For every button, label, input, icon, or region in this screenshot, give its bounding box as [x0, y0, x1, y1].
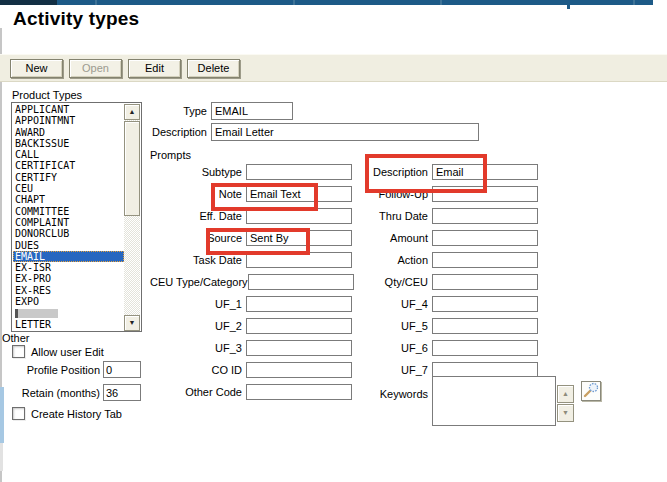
retain-months-input[interactable]	[103, 384, 141, 401]
list-scroll-thumb[interactable]	[124, 121, 140, 216]
prompt-uf-1-row: UF_1	[150, 293, 352, 315]
new-button[interactable]: New	[10, 59, 63, 78]
banner-notch	[567, 0, 570, 9]
allow-user-edit-label: Allow user Edit	[31, 346, 104, 358]
prompt-qty-ceu-label: Qty/CEU	[330, 276, 428, 288]
list-item-ex-isr[interactable]: EX-ISR	[13, 262, 124, 273]
open-button[interactable]: Open	[69, 59, 122, 78]
prompt-action-input[interactable]	[432, 252, 538, 268]
prompt-uf-4-row: UF_4	[330, 293, 538, 315]
product-types-items: APPLICANTAPPOINTMNTAWARDBACKISSUECALLCER…	[13, 104, 124, 330]
prompt-amount-row: Amount	[330, 227, 538, 249]
prompt-action-label: Action	[330, 254, 428, 266]
page-title: Activity types	[13, 8, 139, 30]
prompt-note-row: Note	[150, 183, 352, 205]
list-scroll-up-button[interactable]: ▲	[124, 104, 140, 120]
create-history-tab-label: Create History Tab	[31, 408, 122, 420]
prompt-follow-up-input[interactable]	[432, 186, 538, 202]
prompt-subtype-label: Subtype	[150, 166, 242, 178]
arrow-down-icon: ▼	[562, 409, 569, 416]
keywords-textarea[interactable]	[432, 376, 556, 426]
prompt-action-row: Action	[330, 249, 538, 271]
prompts-label: Prompts	[150, 149, 191, 161]
prompt-amount-input[interactable]	[432, 230, 538, 246]
prompt-uf-6-input[interactable]	[432, 340, 538, 356]
arrow-up-icon: ▲	[562, 390, 569, 397]
prompt-task-date-row: Task Date	[150, 249, 352, 271]
list-item-ex-res[interactable]: EX-RES	[13, 285, 124, 296]
list-item-award[interactable]: AWARD	[13, 127, 124, 138]
list-scrollbar-track[interactable]: ▲ ▼	[124, 104, 140, 331]
prompt-uf-4-label: UF_4	[330, 298, 428, 310]
list-item-email[interactable]: EMAIL	[13, 251, 124, 262]
prompt-uf-7-label: UF_7	[330, 364, 428, 376]
prompt-uf-4-input[interactable]	[432, 296, 538, 312]
description-label: Description	[150, 126, 207, 138]
prompt-ceu-type-category-label: CEU Type/Category	[150, 276, 244, 288]
delete-button[interactable]: Delete	[187, 59, 240, 78]
list-item-complaint[interactable]: COMPLAINT	[13, 217, 124, 228]
prompt-uf-5-row: UF_5	[330, 315, 538, 337]
prompt-thru-date-input[interactable]	[432, 208, 538, 224]
list-item-letter[interactable]: LETTER	[13, 319, 124, 330]
prompt-uf-6-label: UF_6	[330, 342, 428, 354]
prompts-left-column: SubtypeNoteEff. DateSourceTask DateCEU T…	[150, 161, 352, 403]
list-item-ceu[interactable]: CEU	[13, 183, 124, 194]
profile-position-input[interactable]	[103, 361, 141, 378]
allow-user-edit-row: Allow user Edit	[12, 345, 104, 358]
keywords-label: Keywords	[330, 388, 428, 400]
prompt-source-row: Source	[150, 227, 352, 249]
description-input[interactable]	[211, 123, 479, 141]
list-item-certify[interactable]: CERTIFY	[13, 172, 124, 183]
product-types-listbox[interactable]: APPLICANTAPPOINTMNTAWARDBACKISSUECALLCER…	[11, 102, 142, 332]
list-item-backissue[interactable]: BACKISSUE	[13, 138, 124, 149]
prompt-uf-5-input[interactable]	[432, 318, 538, 334]
list-scroll-down-button[interactable]: ▼	[124, 315, 140, 331]
prompts-right-column: DescriptionFollow-UpThru DateAmountActio…	[330, 161, 538, 381]
list-item-dues[interactable]: DUES	[13, 240, 124, 251]
keywords-lookup-button[interactable]	[581, 381, 601, 401]
list-item-call[interactable]: CALL	[13, 149, 124, 160]
product-types-label: Product Types	[12, 89, 82, 101]
prompt-description-input[interactable]	[432, 164, 538, 180]
prompt-uf-1-label: UF_1	[150, 298, 242, 310]
list-item-donorclub[interactable]: DONORCLUB	[13, 228, 124, 239]
description-row: Description	[150, 123, 479, 141]
prompt-ceu-type-category-row: CEU Type/Category	[150, 271, 352, 293]
keywords-scroll-up-button[interactable]: ▲	[557, 385, 574, 403]
prompt-qty-ceu-row: Qty/CEU	[330, 271, 538, 293]
allow-user-edit-checkbox[interactable]	[12, 345, 25, 358]
prompt-uf-2-label: UF_2	[150, 320, 242, 332]
list-item-ex-pro[interactable]: EX-PRO	[13, 273, 124, 284]
redacted-text	[18, 309, 58, 318]
list-item-committee[interactable]: COMMITTEE	[13, 206, 124, 217]
left-edge-line-light	[0, 443, 3, 471]
prompt-uf-5-label: UF_5	[330, 320, 428, 332]
prompt-task-date-label: Task Date	[150, 254, 242, 266]
keywords-scroll-down-button[interactable]: ▼	[557, 404, 574, 422]
activity-types-window: Activity types New Open Edit Delete Prod…	[0, 0, 667, 482]
prompt-uf-3-row: UF_3	[150, 337, 352, 359]
prompt-uf-6-row: UF_6	[330, 337, 538, 359]
profile-position-row: Profile Position	[0, 361, 141, 378]
list-item-redacted[interactable]	[13, 307, 124, 318]
prompt-follow-up-row: Follow-Up	[330, 183, 538, 205]
prompt-other-code-row: Other Code	[150, 381, 352, 403]
prompt-uf-2-row: UF_2	[150, 315, 352, 337]
create-history-tab-row: Create History Tab	[12, 407, 122, 420]
type-input[interactable]	[211, 102, 293, 120]
list-item-chapt[interactable]: CHAPT	[13, 194, 124, 205]
prompt-eff-date-label: Eff. Date	[150, 210, 242, 222]
prompt-subtype-row: Subtype	[150, 161, 352, 183]
prompt-thru-date-label: Thru Date	[330, 210, 428, 222]
magnifier-icon	[582, 382, 600, 400]
prompt-qty-ceu-input[interactable]	[432, 274, 538, 290]
list-item-expo[interactable]: EXPO	[13, 296, 124, 307]
create-history-tab-checkbox[interactable]	[12, 407, 25, 420]
toolbar: New Open Edit Delete	[0, 54, 667, 82]
list-item-appointmnt[interactable]: APPOINTMNT	[13, 115, 124, 126]
list-item-applicant[interactable]: APPLICANT	[13, 104, 124, 115]
type-label: Type	[150, 105, 207, 117]
edit-button[interactable]: Edit	[128, 59, 181, 78]
list-item-certificat[interactable]: CERTIFICAT	[13, 160, 124, 171]
